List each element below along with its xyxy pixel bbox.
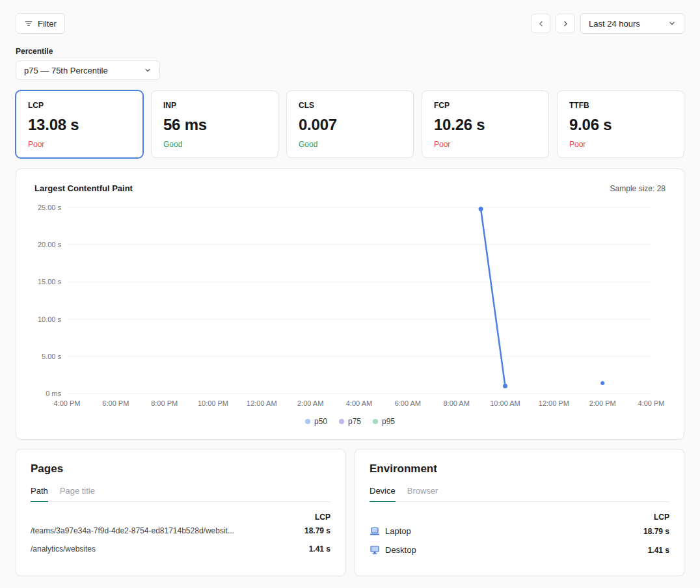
sample-size-label: Sample size: 28 xyxy=(610,184,666,193)
desktop-icon xyxy=(370,546,380,555)
metric-label: LCP xyxy=(28,101,131,110)
svg-text:12:00 PM: 12:00 PM xyxy=(539,399,569,407)
metrics-row: LCP 13.08 s Poor INP 56 ms Good CLS 0.00… xyxy=(16,90,684,158)
metric-label: CLS xyxy=(299,101,401,110)
metric-card-cls[interactable]: CLS 0.007 Good xyxy=(286,90,414,158)
metric-card-ttfb[interactable]: TTFB 9.06 s Poor xyxy=(557,90,684,158)
pages-tabs: Path Page title xyxy=(31,486,330,502)
legend-label: p50 xyxy=(314,417,327,426)
legend-label: p75 xyxy=(348,417,361,426)
svg-text:10.00 s: 10.00 s xyxy=(38,315,62,323)
svg-text:4:00 PM: 4:00 PM xyxy=(54,399,81,407)
percentile-value: p75 — 75th Percentile xyxy=(24,66,108,75)
legend-label: p95 xyxy=(382,417,395,426)
metric-value: 56 ms xyxy=(163,116,266,134)
chart-legend: p50 p75 p95 xyxy=(34,417,666,430)
metric-label: INP xyxy=(163,101,266,110)
metric-label: FCP xyxy=(434,101,537,110)
chevron-right-icon xyxy=(561,20,570,28)
date-range-value: Last 24 hours xyxy=(589,19,640,29)
svg-text:8:00 PM: 8:00 PM xyxy=(151,399,178,407)
metric-rating: Poor xyxy=(569,140,672,149)
tab-path[interactable]: Path xyxy=(31,486,48,502)
legend-item-p50: p50 xyxy=(305,417,327,426)
environment-table-header: LCP xyxy=(370,513,669,522)
metric-rating: Good xyxy=(163,140,266,149)
svg-text:10:00 AM: 10:00 AM xyxy=(490,399,520,407)
legend-item-p75: p75 xyxy=(339,417,361,426)
metric-label: TTFB xyxy=(569,101,672,110)
device-row[interactable]: Desktop 1.41 s xyxy=(370,541,669,559)
lcp-line-chart: 0 ms5.00 s10.00 s15.00 s20.00 s25.00 s4:… xyxy=(34,201,667,410)
web-vitals-dashboard: Filter Last 24 hours Percentile xyxy=(0,0,700,588)
filter-button-label: Filter xyxy=(38,19,57,29)
pages-panel: Pages Path Page title LCP /teams/3a97e34… xyxy=(16,449,345,576)
chart-title: Largest Contentful Paint xyxy=(34,183,133,193)
page-lcp-value: 1.41 s xyxy=(309,544,330,554)
svg-text:8:00 AM: 8:00 AM xyxy=(443,399,469,407)
metric-rating: Poor xyxy=(434,140,537,149)
p95-dot-icon xyxy=(373,419,378,424)
chart-header: Largest Contentful Paint Sample size: 28 xyxy=(34,183,666,193)
legend-item-p95: p95 xyxy=(373,417,395,426)
filter-icon xyxy=(24,19,33,28)
metric-value: 0.007 xyxy=(299,116,401,134)
topbar: Filter Last 24 hours xyxy=(16,13,684,34)
svg-text:4:00 AM: 4:00 AM xyxy=(346,399,372,407)
metric-value: 10.26 s xyxy=(434,116,537,134)
svg-text:5.00 s: 5.00 s xyxy=(42,353,61,360)
environment-panel: Environment Device Browser LCP Laptop 18… xyxy=(355,449,684,576)
date-range-select[interactable]: Last 24 hours xyxy=(580,13,684,34)
bottom-row: Pages Path Page title LCP /teams/3a97e34… xyxy=(16,449,684,576)
device-label: Laptop xyxy=(385,526,411,536)
metric-card-fcp[interactable]: FCP 10.26 s Poor xyxy=(422,90,549,158)
svg-text:2:00 AM: 2:00 AM xyxy=(297,399,323,407)
prev-period-button[interactable] xyxy=(531,14,550,33)
page-path: /teams/3a97e34a-7f9d-4de2-8754-ed81714b5… xyxy=(31,526,234,535)
percentile-section: Percentile p75 — 75th Percentile xyxy=(16,47,684,80)
page-row[interactable]: /analytics/websites 1.41 s xyxy=(31,540,330,558)
page-lcp-value: 18.79 s xyxy=(304,526,330,535)
laptop-icon xyxy=(370,527,380,536)
lcp-column-header: LCP xyxy=(315,513,330,522)
svg-text:15.00 s: 15.00 s xyxy=(38,278,62,286)
svg-text:6:00 PM: 6:00 PM xyxy=(102,399,129,407)
svg-text:4:00 PM: 4:00 PM xyxy=(638,399,665,407)
svg-text:12:00 AM: 12:00 AM xyxy=(247,399,276,407)
chevron-down-icon xyxy=(144,66,152,74)
page-row[interactable]: /teams/3a97e34a-7f9d-4de2-8754-ed81714b5… xyxy=(31,522,330,540)
pages-title: Pages xyxy=(31,462,330,475)
device-row[interactable]: Laptop 18.79 s xyxy=(370,522,669,541)
percentile-label: Percentile xyxy=(16,47,684,56)
svg-text:25.00 s: 25.00 s xyxy=(38,204,62,211)
svg-text:10:00 PM: 10:00 PM xyxy=(198,399,228,407)
metric-value: 13.08 s xyxy=(28,116,131,134)
tab-browser[interactable]: Browser xyxy=(407,486,438,502)
date-range-controls: Last 24 hours xyxy=(531,13,684,34)
pages-table-header: LCP xyxy=(31,513,330,522)
device-lcp-value: 18.79 s xyxy=(643,527,669,536)
page-path: /analytics/websites xyxy=(31,544,96,554)
svg-text:0 ms: 0 ms xyxy=(46,390,61,397)
tab-device[interactable]: Device xyxy=(370,486,396,502)
next-period-button[interactable] xyxy=(556,14,575,33)
lcp-column-header: LCP xyxy=(654,513,669,522)
environment-tabs: Device Browser xyxy=(370,486,669,502)
p50-dot-icon xyxy=(305,419,310,424)
tab-page-title[interactable]: Page title xyxy=(60,486,95,502)
metric-value: 9.06 s xyxy=(569,116,672,134)
p75-dot-icon xyxy=(339,419,344,424)
metric-card-lcp[interactable]: LCP 13.08 s Poor xyxy=(16,90,143,158)
environment-title: Environment xyxy=(370,462,669,475)
metric-card-inp[interactable]: INP 56 ms Good xyxy=(151,90,278,158)
filter-button[interactable]: Filter xyxy=(16,13,65,34)
percentile-select[interactable]: p75 — 75th Percentile xyxy=(16,60,160,80)
device-label: Desktop xyxy=(385,545,416,555)
lcp-chart-card: Largest Contentful Paint Sample size: 28… xyxy=(16,168,684,440)
device-lcp-value: 1.41 s xyxy=(648,546,669,555)
metric-rating: Poor xyxy=(28,140,131,149)
svg-text:20.00 s: 20.00 s xyxy=(38,241,62,248)
svg-text:2:00 PM: 2:00 PM xyxy=(589,399,616,407)
chevron-down-icon xyxy=(668,20,676,27)
metric-rating: Good xyxy=(299,140,401,149)
